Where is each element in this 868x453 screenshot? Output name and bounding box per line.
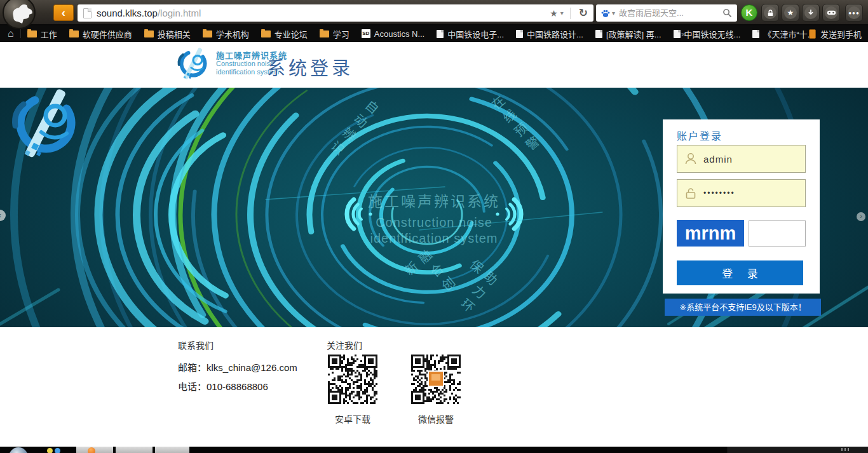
bookmarks-bar: ⌂ 工作 软硬件供应商 投稿相关 学术机构 专业论坛 学习 SDAcoustic… <box>0 25 868 42</box>
baidu-paw-icon[interactable] <box>600 8 611 18</box>
taskbar-app-button[interactable] <box>155 447 189 453</box>
kingsoft-button[interactable]: K <box>741 4 757 21</box>
page-icon <box>516 30 523 38</box>
bookmark-label: [政策解读] 再... <box>606 28 661 40</box>
downloads-button[interactable] <box>802 4 820 22</box>
sciencedirect-icon: SD <box>362 29 370 38</box>
login-panel: 账户登录 mrnm 登 录 <box>663 119 820 294</box>
bookmark-item[interactable]: SDAcoustics N... <box>362 29 424 39</box>
contact-phone: 电话：010-68868806 <box>178 379 268 393</box>
ellipsis-icon: ●●● <box>848 10 860 16</box>
bookmark-folder[interactable]: 投稿相关 <box>144 28 191 40</box>
bookmark-label: 中国铁设无线... <box>684 28 741 40</box>
tray-app-icon[interactable] <box>47 448 53 453</box>
send-to-phone-label: 发送到手机 <box>820 28 862 40</box>
bookmark-label: 专业论坛 <box>275 28 308 40</box>
bookmark-label: Acoustics N... <box>374 29 424 39</box>
login-button[interactable]: 登 录 <box>677 260 803 285</box>
folder-icon <box>203 30 212 37</box>
search-engine-caret-icon[interactable]: ▾ <box>612 10 619 17</box>
page-icon <box>752 30 759 38</box>
contact-title: 联系我们 <box>178 339 214 351</box>
app-icon <box>88 447 95 453</box>
captcha-image[interactable]: mrnm <box>677 220 744 247</box>
carousel-next-icon[interactable]: › <box>857 212 865 221</box>
follow-title: 关注我们 <box>327 339 362 351</box>
bookmark-caret-icon[interactable]: ▾ <box>560 10 567 17</box>
lock-icon <box>683 186 698 201</box>
bookmark-item[interactable]: 中国铁设电子... <box>437 28 504 40</box>
browser-toolbar: ‹ sound.klks.top/login.html ★ ▾ ↻ ▾ <box>0 0 868 25</box>
password-input[interactable] <box>703 189 805 198</box>
url-host: sound.klks.top <box>97 8 158 18</box>
address-bar[interactable]: sound.klks.top/login.html ★ ▾ ↻ <box>78 4 593 22</box>
banner-logo-icon <box>4 89 88 160</box>
phone-icon <box>809 29 816 39</box>
back-button[interactable]: ‹ <box>53 4 74 21</box>
search-input[interactable] <box>619 8 721 18</box>
browser-menu-logo[interactable] <box>3 0 36 29</box>
system-tray[interactable] <box>728 447 868 453</box>
privacy-button[interactable] <box>761 4 779 22</box>
folder-icon <box>261 30 271 37</box>
password-field[interactable] <box>677 179 806 207</box>
bookmark-folder[interactable]: 学习 <box>320 28 349 40</box>
screen: ‹ sound.klks.top/login.html ★ ▾ ↻ ▾ <box>0 0 868 453</box>
contact-email: 邮箱：klks_china@126.com <box>178 360 297 374</box>
favorites-button[interactable]: ★ <box>782 4 799 22</box>
folder-icon <box>27 30 37 37</box>
qr-label-wechat: 微信报警 <box>411 412 461 425</box>
folder-icon <box>69 30 79 37</box>
reload-button[interactable]: ↻ <box>573 6 593 20</box>
more-menu-button[interactable]: ●●● <box>845 4 863 22</box>
divider <box>570 8 571 19</box>
bookmark-item[interactable]: 《天津市“十... <box>752 28 814 40</box>
taskbar-app-button[interactable] <box>76 447 113 453</box>
bookmark-label: 工作 <box>41 28 57 40</box>
bookmark-label: 学习 <box>333 28 349 40</box>
tray-tick <box>841 448 843 451</box>
wechat-alert-qr <box>411 355 461 404</box>
star-icon: ★ <box>784 6 797 19</box>
tray-tick <box>848 448 849 451</box>
page-footer: 联系我们 邮箱：klks_china@126.com 电话：010-688688… <box>0 327 868 447</box>
bookmarks-overflow-chevron[interactable]: » <box>681 29 686 39</box>
page-icon <box>674 30 681 38</box>
bookmark-star-icon[interactable]: ★ <box>547 8 560 18</box>
bookmark-label: 投稿相关 <box>158 28 191 40</box>
bookmark-label: 中国铁路设计... <box>527 28 583 40</box>
send-to-phone-button[interactable]: 发送到手机 <box>809 28 862 40</box>
search-box[interactable]: ▾ <box>596 4 737 22</box>
bookmark-label: 《天津市“十... <box>763 28 814 40</box>
hero-title-en2: identification system <box>307 231 561 247</box>
folder-icon <box>320 30 329 37</box>
bookmark-folder[interactable]: 学术机构 <box>203 28 249 40</box>
bookmark-folder[interactable]: 软硬件供应商 <box>69 28 132 40</box>
page-favicon <box>83 8 92 18</box>
games-button[interactable] <box>822 4 840 22</box>
username-input[interactable] <box>703 154 805 165</box>
hero-title: 施工噪声辨识系统 Construction noise identificati… <box>307 189 561 247</box>
captcha-input[interactable] <box>749 220 806 247</box>
ie-compatibility-notice: ※系统平台不支持IE9及以下版本！ <box>665 299 821 316</box>
bookmark-item[interactable]: 中国铁路设计... <box>516 28 583 40</box>
bookmark-label: 软硬件供应商 <box>83 28 132 40</box>
folder-icon <box>144 30 154 37</box>
divider <box>20 29 21 38</box>
tray-tick <box>844 448 846 451</box>
search-icon[interactable] <box>722 8 732 18</box>
page-icon <box>595 30 602 38</box>
bookmark-folder[interactable]: 专业论坛 <box>261 28 308 40</box>
username-field[interactable] <box>677 145 806 173</box>
page-icon <box>437 30 444 38</box>
login-panel-title: 账户登录 <box>677 128 722 143</box>
site-logo-icon <box>174 47 212 81</box>
user-icon <box>683 151 698 166</box>
url-path: /login.html <box>158 8 201 18</box>
bookmark-item[interactable]: [政策解读] 再... <box>595 28 661 40</box>
bookmark-label: 学术机构 <box>216 28 249 40</box>
tray-app-icon[interactable] <box>55 448 60 453</box>
start-orb-icon[interactable] <box>9 447 28 453</box>
bookmark-label: 中国铁设电子... <box>447 28 504 40</box>
taskbar-app-button[interactable] <box>116 447 153 453</box>
